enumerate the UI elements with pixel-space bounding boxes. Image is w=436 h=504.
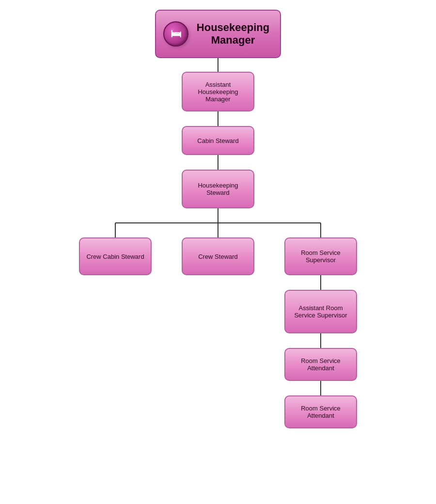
crew-steward-node: Crew Steward: [182, 237, 254, 275]
hk-steward-label: Housekeeping Steward: [188, 182, 248, 196]
org-chart: 🛏 Housekeeping Manager Assistant Houseke…: [0, 0, 436, 504]
top-node-label: Housekeeping Manager: [193, 21, 273, 47]
room-service-supervisor-node: Room Service Supervisor: [284, 237, 357, 275]
assistant-hk-manager-node: Assistant Housekeeping Manager: [182, 72, 254, 111]
room-service-attendant-2-node: Room Service Attendant: [284, 395, 357, 428]
room-service-supervisor-label: Room Service Supervisor: [291, 249, 350, 264]
bed-icon: 🛏: [163, 21, 188, 47]
cabin-steward-node: Cabin Steward: [182, 126, 254, 155]
cabin-steward-label: Cabin Steward: [197, 137, 238, 144]
assistant-hk-manager-label: Assistant Housekeeping Manager: [188, 81, 248, 103]
room-service-attendant-2-label: Room Service Attendant: [291, 405, 350, 419]
asst-room-service-supervisor-label: Assistant Room Service Supervisor: [291, 304, 350, 319]
crew-cabin-steward-label: Crew Cabin Steward: [86, 253, 144, 260]
room-service-attendant-1-label: Room Service Attendant: [291, 357, 350, 372]
crew-cabin-steward-node: Crew Cabin Steward: [79, 237, 152, 275]
asst-room-service-supervisor-node: Assistant Room Service Supervisor: [284, 290, 357, 333]
crew-steward-label: Crew Steward: [198, 253, 238, 260]
housekeeping-manager-node: 🛏 Housekeeping Manager: [155, 10, 281, 58]
hk-steward-node: Housekeeping Steward: [182, 170, 254, 208]
room-service-attendant-1-node: Room Service Attendant: [284, 348, 357, 381]
